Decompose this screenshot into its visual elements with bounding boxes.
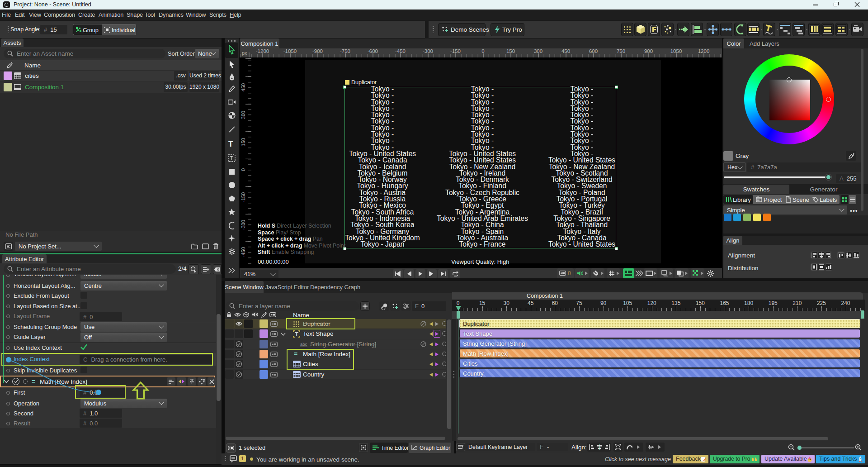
svg-text:abc: abc [300,342,307,347]
svg-text:T: T [230,155,234,162]
svg-text:T: T [295,331,299,338]
